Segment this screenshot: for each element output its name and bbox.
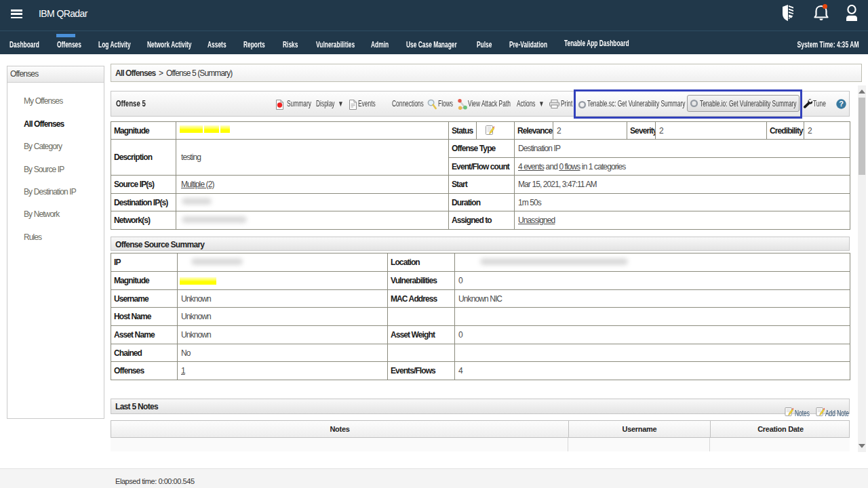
svg-text:?: ? <box>839 100 844 108</box>
